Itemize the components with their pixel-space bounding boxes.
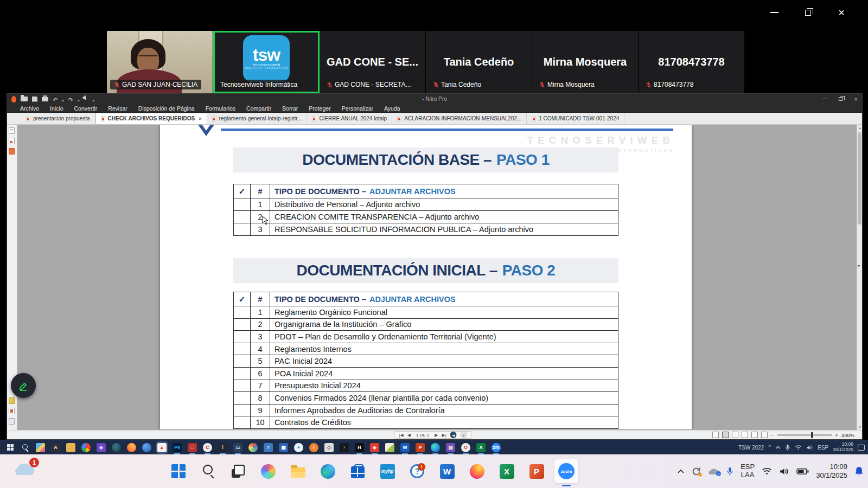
powerpoint-icon[interactable]: P: [524, 459, 549, 484]
photos-app-icon[interactable]: [36, 443, 45, 452]
last-page-button[interactable]: ▶|: [442, 433, 446, 438]
cube-app-icon[interactable]: ◇: [324, 443, 334, 452]
firefox-icon[interactable]: [464, 459, 489, 484]
bird-app-icon[interactable]: [385, 443, 394, 452]
restore-icon[interactable]: [839, 97, 843, 101]
grid-app-icon[interactable]: ▦: [279, 443, 288, 452]
first-page-button[interactable]: |◀: [399, 433, 404, 438]
chrome-icon[interactable]: [81, 443, 91, 452]
edge-icon[interactable]: [431, 443, 440, 452]
blue-sphere-app-icon[interactable]: [142, 443, 151, 452]
document-tab[interactable]: ACLARACION-INFORMACION-MENSUAL202...: [392, 113, 527, 124]
participant-tile-active-speaker[interactable]: tsw tecnoserviweb SERVICIOS INFORMÁTICOS…: [213, 31, 320, 93]
diamond-app-icon[interactable]: ◆: [370, 443, 379, 452]
qat-customize-icon[interactable]: [92, 94, 94, 104]
sync-icon[interactable]: [692, 467, 701, 476]
redo-icon[interactable]: [68, 94, 73, 104]
battery-icon[interactable]: [796, 468, 809, 475]
minimize-icon[interactable]: [767, 5, 781, 20]
excel-icon[interactable]: X: [494, 459, 519, 484]
edge-icon[interactable]: [315, 459, 340, 484]
menu-item[interactable]: Proteger: [303, 105, 336, 112]
character-app-icon[interactable]: A: [51, 443, 60, 452]
bookmarks-panel-icon[interactable]: [9, 138, 15, 144]
save-icon[interactable]: [32, 97, 37, 102]
capture-app-icon[interactable]: □: [188, 443, 197, 452]
chevron-up-icon[interactable]: [677, 469, 685, 474]
zoom-icon[interactable]: zoom: [554, 459, 579, 484]
attachments-panel-icon[interactable]: [9, 148, 15, 155]
purple-app-icon[interactable]: ◆: [97, 443, 106, 452]
wifi-icon[interactable]: [762, 467, 772, 475]
menu-item[interactable]: Formularios: [200, 105, 241, 112]
print-icon[interactable]: [42, 97, 48, 101]
zoom-app-icon[interactable]: zm: [492, 443, 501, 452]
menu-item[interactable]: Borrar: [277, 105, 303, 112]
zoom-slider[interactable]: [777, 434, 832, 436]
document-tab[interactable]: presentacion propuesta: [21, 113, 95, 124]
select-tool-icon[interactable]: [82, 95, 90, 102]
clock[interactable]: 10:0930/1/2025: [816, 463, 847, 479]
globe-app-icon[interactable]: [112, 443, 121, 452]
history-forward-button[interactable]: ▶: [461, 432, 467, 438]
phone-app-icon[interactable]: l: [218, 443, 227, 452]
tray-overflow-icon[interactable]: »: [768, 443, 771, 448]
scan-app-icon[interactable]: ▭: [233, 443, 242, 452]
myhp-icon[interactable]: myhp: [375, 459, 400, 484]
close-icon[interactable]: ×: [854, 96, 858, 102]
excel-icon[interactable]: X: [476, 443, 486, 452]
nitro-pro-icon[interactable]: ▲: [157, 443, 167, 452]
redo-dropdown-icon[interactable]: [78, 94, 80, 104]
zoom-in-button[interactable]: +: [835, 432, 838, 438]
previous-page-button[interactable]: ◀: [407, 433, 411, 438]
participant-tile-webcam[interactable]: GAD SAN JUAN-CECILIA: [107, 31, 213, 93]
network-icon[interactable]: [795, 445, 802, 450]
menu-item[interactable]: Ayuda: [379, 105, 406, 112]
zoom-out-button[interactable]: −: [771, 432, 774, 438]
h-app-icon[interactable]: H: [355, 443, 364, 452]
clock[interactable]: 10:0830/1/2025: [833, 442, 853, 453]
file-explorer-icon[interactable]: [66, 443, 75, 452]
signature-tool-icon[interactable]: [9, 418, 15, 425]
view-book-continuous-icon[interactable]: [761, 432, 768, 438]
help-icon[interactable]: ?!: [405, 459, 430, 484]
microsoft-store-icon[interactable]: [345, 459, 370, 484]
annotate-button[interactable]: [11, 373, 36, 398]
docs-app-icon[interactable]: ≡: [264, 443, 273, 452]
document-tab[interactable]: 1 COMUNICADO TSW-001-2024: [527, 113, 624, 124]
language-indicator[interactable]: ESP: [818, 445, 828, 451]
nitro-logo-icon[interactable]: [11, 96, 16, 102]
winrar-icon[interactable]: ▤: [446, 443, 455, 452]
menu-item[interactable]: Revisar: [103, 105, 133, 112]
search-icon[interactable]: [196, 459, 221, 484]
firefox-icon[interactable]: [127, 443, 136, 452]
participant-tile[interactable]: Mirna Mosquera Mirna Mosquera: [532, 31, 639, 93]
document-tab[interactable]: CIERRE ANUAL 2024 lotaip: [307, 113, 392, 124]
document-tab[interactable]: reglamento-general-lotaip-registr...: [207, 113, 308, 124]
menu-item[interactable]: Archivo: [15, 105, 44, 112]
start-icon[interactable]: [166, 459, 191, 484]
paint-app-icon[interactable]: [248, 443, 258, 452]
undo-icon[interactable]: [53, 94, 58, 104]
menu-item[interactable]: Compartir: [241, 105, 277, 112]
onedrive-cloud-icon[interactable]: i: [708, 467, 719, 475]
drop-app-icon[interactable]: ●: [294, 443, 303, 452]
participant-tile[interactable]: Tania Cedeño Tania Cedeño: [426, 31, 532, 93]
view-four-pages-icon[interactable]: [742, 432, 748, 438]
language-switcher[interactable]: ESPLAA: [741, 463, 755, 479]
view-two-pages-icon[interactable]: [732, 432, 738, 438]
view-single-page-icon[interactable]: [712, 432, 719, 438]
start-icon[interactable]: [5, 443, 15, 452]
zoom-slider-thumb[interactable]: [811, 432, 813, 438]
mic-icon[interactable]: [726, 467, 733, 476]
weather-cloud-icon[interactable]: 1: [12, 461, 35, 478]
comment-tool-icon[interactable]: [9, 397, 15, 404]
clipboard-tool-icon[interactable]: [9, 408, 15, 414]
photoshop-icon[interactable]: Ps: [173, 443, 182, 452]
scroll-down-icon[interactable]: ▾: [857, 424, 862, 430]
speaker-icon[interactable]: [806, 445, 813, 451]
history-back-button[interactable]: ◀: [450, 432, 457, 438]
tab-close-icon[interactable]: ×: [199, 116, 201, 121]
menu-item[interactable]: Inicio: [44, 105, 69, 112]
view-book-icon[interactable]: [751, 432, 758, 438]
